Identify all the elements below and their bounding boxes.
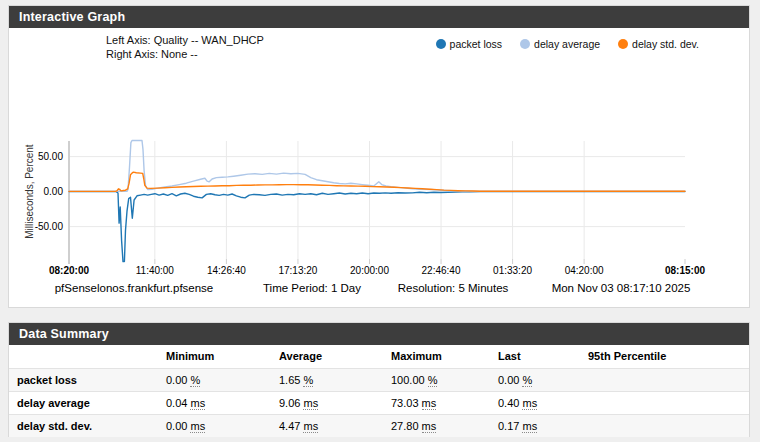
x-tick-label: 22:46:40 — [422, 265, 461, 276]
data-summary-header-row: MinimumAverageMaximumLast95th Percentile — [9, 345, 749, 368]
table-row: delay average0.04 ms9.06 ms73.03 ms0.40 … — [9, 391, 749, 414]
data-summary-title: Data Summary — [19, 327, 109, 341]
x-tick-label: 08:20:00 — [49, 265, 89, 276]
table-row: packet loss0.00 %1.65 %100.00 %0.00 % — [9, 368, 749, 391]
interactive-graph-heading: Interactive Graph — [9, 6, 749, 28]
metric-column-header — [9, 345, 158, 368]
metric-value-cell: 4.47 ms — [271, 414, 383, 437]
graph-footer: pfSenselonos.frankfurt.pfsense Time Peri… — [9, 282, 749, 300]
unit-abbr: ms — [303, 397, 318, 410]
metric-value-cell: 0.04 ms — [158, 391, 271, 414]
unit-abbr: ms — [190, 420, 205, 433]
x-tick-label: 14:26:40 — [207, 265, 246, 276]
metric-value-cell: 73.03 ms — [383, 391, 490, 414]
x-tick-label: 20:00:00 — [350, 265, 389, 276]
chart-gridlines — [69, 141, 685, 259]
unit-abbr: % — [428, 374, 438, 387]
metric-value-cell — [580, 391, 749, 414]
quality-graph[interactable]: 08:20:0011:40:0014:26:4017:13:2020:00:00… — [9, 28, 749, 278]
graph-host-label: pfSenselonos.frankfurt.pfsense — [55, 282, 214, 294]
x-tick-label: 01:33:20 — [493, 265, 532, 276]
x-tick-label: 17:13:20 — [278, 265, 317, 276]
metric-value-cell: 0.40 ms — [490, 391, 580, 414]
unit-abbr: ms — [522, 420, 537, 433]
interactive-graph-title: Interactive Graph — [19, 10, 125, 24]
data-summary-table: MinimumAverageMaximumLast95th Percentile… — [9, 345, 749, 437]
column-header-95th-percentile: 95th Percentile — [580, 345, 749, 368]
graph-timestamp-label: Mon Nov 03 08:17:10 2025 — [552, 282, 691, 294]
y-tick-label: 50.00 — [38, 151, 63, 162]
metric-label: delay std. dev. — [9, 414, 158, 437]
unit-abbr: ms — [422, 397, 437, 410]
metric-value-cell — [580, 414, 749, 437]
data-summary-heading: Data Summary — [9, 323, 749, 345]
unit-abbr: % — [303, 374, 313, 387]
interactive-graph-panel: Interactive Graph Left Axis: Quality -- … — [8, 5, 750, 308]
metric-value-cell: 27.80 ms — [383, 414, 490, 437]
metric-value-cell: 0.00 ms — [158, 414, 271, 437]
unit-abbr: % — [190, 374, 200, 387]
metric-value-cell: 0.00 % — [490, 368, 580, 391]
unit-abbr: ms — [190, 397, 205, 410]
graph-time-period-label: Time Period: 1 Day — [263, 282, 361, 294]
graph-resolution-label: Resolution: 5 Minutes — [398, 282, 509, 294]
column-header-average: Average — [271, 345, 383, 368]
data-summary-panel: Data Summary MinimumAverageMaximumLast95… — [8, 322, 750, 437]
metric-value-cell: 9.06 ms — [271, 391, 383, 414]
metric-value-cell: 100.00 % — [383, 368, 490, 391]
column-header-last: Last — [490, 345, 580, 368]
unit-abbr: ms — [522, 397, 537, 410]
unit-abbr: % — [522, 374, 532, 387]
column-header-maximum: Maximum — [383, 345, 490, 368]
metric-value-cell: 0.17 ms — [490, 414, 580, 437]
y-tick-label: -50.00 — [35, 221, 64, 232]
x-tick-label: 04:20:00 — [565, 265, 604, 276]
unit-abbr: ms — [303, 420, 318, 433]
metric-label: packet loss — [9, 368, 158, 391]
unit-abbr: ms — [422, 420, 437, 433]
metric-label: delay average — [9, 391, 158, 414]
y-tick-label: 0.00 — [44, 186, 64, 197]
table-row: delay std. dev.0.00 ms4.47 ms27.80 ms0.1… — [9, 414, 749, 437]
graph-body: Left Axis: Quality -- WAN_DHCP Right Axi… — [9, 28, 749, 307]
column-header-minimum: Minimum — [158, 345, 271, 368]
metric-value-cell: 0.00 % — [158, 368, 271, 391]
x-axis-ticks — [69, 259, 685, 264]
metric-value-cell: 1.65 % — [271, 368, 383, 391]
x-tick-label: 08:15:00 — [665, 265, 705, 276]
y-axis-title: Milliseconds, Percent — [24, 144, 35, 239]
series-delay-average — [69, 141, 685, 192]
metric-value-cell — [580, 368, 749, 391]
x-tick-label: 11:40:00 — [136, 265, 175, 276]
series-delay-std-dev- — [69, 172, 685, 191]
